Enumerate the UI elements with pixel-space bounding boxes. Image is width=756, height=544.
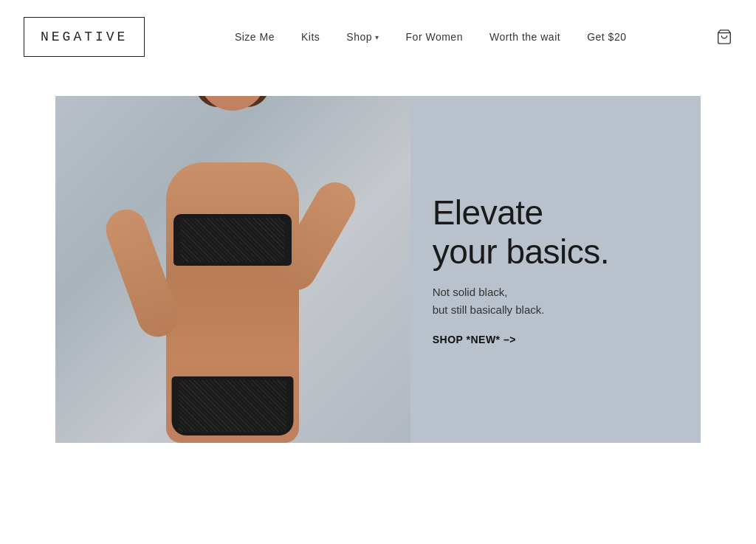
nav-item-kits[interactable]: Kits — [301, 31, 320, 43]
model-underwear — [172, 376, 294, 435]
main-content: Elevate your basics. Not solid black, bu… — [0, 74, 756, 443]
cart-svg — [716, 29, 732, 45]
nav-item-shop[interactable]: Shop ▾ — [346, 31, 379, 43]
hero-image — [55, 96, 410, 443]
nav-item-for-women[interactable]: For Women — [406, 31, 463, 43]
site-header: NEGATIVE Size Me Kits Shop ▾ For Women W… — [0, 0, 756, 74]
main-nav: Size Me Kits Shop ▾ For Women Worth the … — [235, 31, 627, 43]
hero-subtext: Not solid black, but still basically bla… — [433, 283, 671, 319]
logo-text: NEGATIVE — [41, 30, 128, 44]
nav-item-size-me[interactable]: Size Me — [235, 31, 275, 43]
nav-item-worth-the-wait[interactable]: Worth the wait — [489, 31, 560, 43]
hero-section: Elevate your basics. Not solid black, bu… — [55, 96, 701, 443]
cart-icon[interactable] — [716, 29, 732, 45]
logo[interactable]: NEGATIVE — [24, 17, 145, 57]
model-torso — [166, 162, 299, 443]
model-figure — [107, 103, 358, 443]
hero-headline: Elevate your basics. — [433, 193, 671, 272]
nav-item-get-20[interactable]: Get $20 — [587, 31, 626, 43]
model-arm-left — [100, 204, 184, 342]
shop-dropdown-arrow: ▾ — [375, 33, 379, 41]
header-right — [716, 29, 732, 45]
hero-cta-button[interactable]: SHOP *NEW* –> — [433, 334, 671, 345]
hero-text-panel: Elevate your basics. Not solid black, bu… — [410, 96, 701, 443]
model-bra — [173, 214, 292, 266]
